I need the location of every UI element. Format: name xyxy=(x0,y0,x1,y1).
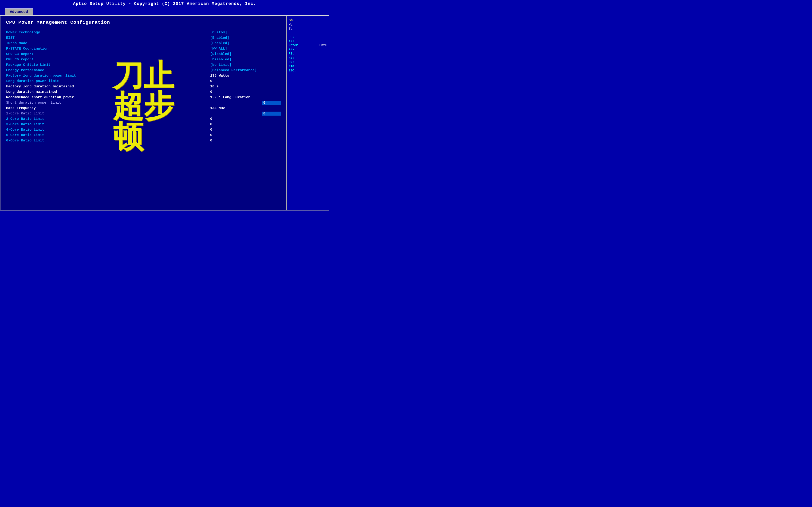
main-container: CPU Power Management Configuration Power… xyxy=(0,15,329,211)
row-label: EIST xyxy=(6,36,100,40)
row-value: 0 xyxy=(262,101,281,105)
row-label: Energy Performance xyxy=(6,68,100,72)
sidebar-key-row: F1: xyxy=(289,52,327,55)
row-value: 0 xyxy=(210,138,281,143)
sidebar-key-row: ↑↓: xyxy=(289,39,327,43)
row-label: Package C State Limit xyxy=(6,63,100,67)
sidebar-key: →←: xyxy=(289,35,294,39)
table-row[interactable]: 2-Core Ratio Limit 0 xyxy=(6,116,281,122)
row-label: Factory long duration power limit xyxy=(6,74,100,78)
table-row[interactable]: 1-Core Ratio Limit 0 xyxy=(6,111,281,116)
row-label: Power Technology xyxy=(6,31,100,35)
row-label: Turbo Mode xyxy=(6,41,100,45)
sidebar-key-f1: F1: xyxy=(289,52,294,55)
table-row[interactable]: 6-Core Ratio Limit 0 xyxy=(6,138,281,143)
row-label: 3-Core Ratio Limit xyxy=(6,122,100,126)
row-value: [Enabled] xyxy=(210,41,281,45)
sidebar-key-esc: ESC: xyxy=(289,69,296,72)
row-value: 0 xyxy=(210,90,281,94)
settings-table: Power Technology [Custom] EIST [Enabled]… xyxy=(6,30,281,143)
sidebar-key-row: F2: xyxy=(289,56,327,60)
table-row[interactable]: P-STATE Coordination [HW_ALL] xyxy=(6,46,281,51)
table-row[interactable]: Factory long duration power limit 135 Wa… xyxy=(6,73,281,78)
sidebar-key-f2: F2: xyxy=(289,56,294,60)
sidebar-section-title: Sh xyxy=(289,18,327,22)
row-label: Factory long duration maintained xyxy=(6,84,100,89)
row-value: 133 MHz xyxy=(210,106,281,110)
sidebar-key-row: F9: xyxy=(289,60,327,64)
table-row[interactable]: 4-Core Ratio Limit 0 xyxy=(6,127,281,132)
row-value: 0 xyxy=(210,122,281,126)
row-label: P-STATE Coordination xyxy=(6,47,100,51)
row-value: 10 s xyxy=(210,84,281,89)
table-row[interactable]: Turbo Mode [Enabled] xyxy=(6,41,281,46)
sidebar-key: ↑↓: xyxy=(289,39,294,43)
row-value: [Custom] xyxy=(210,31,281,35)
table-row[interactable]: 5-Core Ratio Limit 0 xyxy=(6,132,281,138)
sidebar-key-row: F10: xyxy=(289,65,327,68)
row-label: 2-Core Ratio Limit xyxy=(6,117,100,121)
table-row[interactable]: Factory long duration maintained 10 s xyxy=(6,84,281,89)
row-label: CPU C6 report xyxy=(6,58,100,62)
row-label: Base Frequency xyxy=(6,106,100,110)
row-label: 1-Core Ratio Limit xyxy=(6,112,100,116)
row-label: 5-Core Ratio Limit xyxy=(6,133,100,137)
table-row[interactable]: Short duration power limit 0 xyxy=(6,100,281,106)
tab-advanced[interactable]: Advanced xyxy=(5,8,33,15)
sidebar-key-f10: F10: xyxy=(289,65,296,68)
row-value: [HW_ALL] xyxy=(210,47,281,51)
sidebar-key-enter: Enter xyxy=(289,44,298,47)
row-value: 0 xyxy=(262,112,281,116)
row-label: 6-Core Ratio Limit xyxy=(6,138,100,143)
table-row[interactable]: Energy Performance [Balanced Performance… xyxy=(6,68,281,73)
row-value: [Enabled] xyxy=(210,36,281,40)
row-value: [No Limit] xyxy=(210,63,281,67)
sidebar-key: +/-: xyxy=(289,48,296,51)
row-value: 0 xyxy=(210,79,281,83)
table-row[interactable]: Base Frequency 133 MHz xyxy=(6,106,281,111)
sidebar-key-f9: F9: xyxy=(289,60,294,64)
table-row[interactable]: 3-Core Ratio Limit 0 xyxy=(6,122,281,127)
sidebar: Sh Wa Ta →←: ↑↓: Enter Ente +/-: F1: F2:… xyxy=(287,15,329,211)
row-value: 0 xyxy=(210,117,281,121)
sidebar-section-extra: Ta xyxy=(289,27,327,31)
row-label: Long duration maintained xyxy=(6,90,100,94)
sidebar-divider xyxy=(289,33,327,33)
table-row[interactable]: Long duration power limit 0 xyxy=(6,78,281,84)
header-title: Aptio Setup Utility - Copyright (C) 2017… xyxy=(73,1,256,6)
table-row[interactable]: Package C State Limit [No Limit] xyxy=(6,62,281,68)
page-title: CPU Power Management Configuration xyxy=(6,20,281,25)
table-row[interactable]: Power Technology [Custom] xyxy=(6,30,281,35)
header-bar: Aptio Setup Utility - Copyright (C) 2017… xyxy=(0,0,329,7)
row-value: [Balanced Performance] xyxy=(210,68,281,72)
row-value: [Disabled] xyxy=(210,52,281,56)
row-value: [Disabled] xyxy=(210,58,281,62)
sidebar-key-row: →←: xyxy=(289,35,327,39)
table-row[interactable]: Long duration maintained 0 xyxy=(6,89,281,95)
sidebar-key-row: Enter Ente xyxy=(289,44,327,47)
tab-bar: Advanced xyxy=(0,7,329,15)
content-area: CPU Power Management Configuration Power… xyxy=(0,15,287,211)
table-row[interactable]: CPU C3 Report [Disabled] xyxy=(6,51,281,57)
row-value: 0 xyxy=(210,128,281,132)
row-label: Recommended short duration power l xyxy=(6,95,100,99)
row-value: 1.2 * Long Duration xyxy=(210,95,281,99)
sidebar-key-row: +/-: xyxy=(289,48,327,51)
sidebar-key-row: ESC: xyxy=(289,69,327,72)
table-row[interactable]: CPU C6 report [Disabled] xyxy=(6,57,281,62)
sidebar-section-subtitle: Wa xyxy=(289,23,327,26)
row-label: Short duration power limit xyxy=(6,101,100,105)
row-label: 4-Core Ratio Limit xyxy=(6,128,100,132)
row-value: 135 Watts xyxy=(210,74,281,78)
table-row[interactable]: EIST [Enabled] xyxy=(6,35,281,41)
row-value: 0 xyxy=(210,133,281,137)
row-label: CPU C3 Report xyxy=(6,52,100,56)
sidebar-key-enter-desc: Ente xyxy=(319,44,327,47)
row-label: Long duration power limit xyxy=(6,79,100,83)
table-row[interactable]: Recommended short duration power l 1.2 *… xyxy=(6,95,281,100)
